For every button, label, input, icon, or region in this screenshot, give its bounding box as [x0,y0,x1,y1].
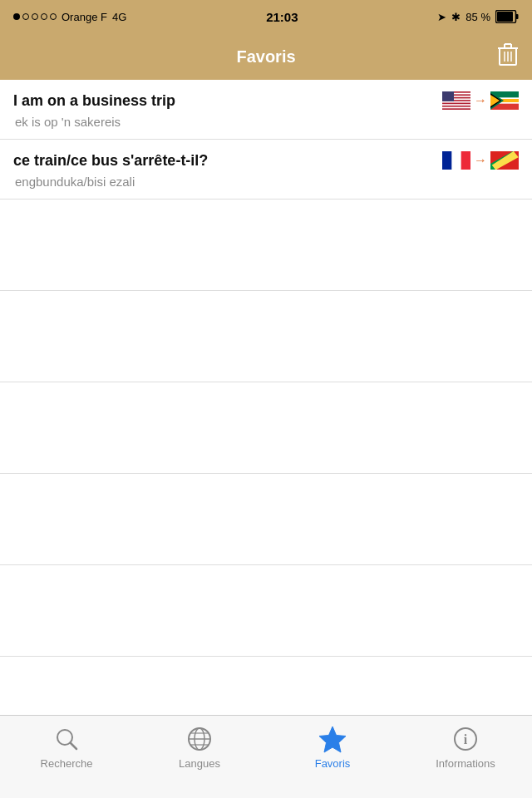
phrase-text: ce train/ce bus s'arrête-t-il? [13,152,442,170]
search-icon [52,724,81,754]
flag-to-cg [490,151,519,170]
nav-title: Favoris [236,47,295,66]
svg-rect-15 [442,101,470,103]
battery-icon [495,10,519,23]
tab-langues-label: Langues [179,757,220,770]
status-bar: Orange F 4G 21:03 ➤ ✱ 85 % [0,0,532,33]
tab-favoris[interactable]: Favoris [266,724,399,770]
signal-dot-5 [50,13,57,20]
empty-row [0,474,532,565]
list-item[interactable]: ce train/ce bus s'arrête-t-il? → [0,140,532,200]
signal-dot-4 [41,13,47,20]
carrier-label: Orange F [62,11,107,23]
signal-dot-1 [13,13,20,20]
svg-rect-17 [442,107,470,109]
svg-rect-16 [442,104,470,106]
network-label: 4G [112,11,126,23]
flag-arrow: → [474,153,487,168]
signal-dot-3 [32,13,38,20]
nav-bar: Favoris [0,33,532,80]
translation-text: ek is op 'n sakereis [13,115,519,129]
flag-arrow: → [474,93,487,108]
svg-rect-2 [497,12,513,22]
bluetooth-icon: ✱ [451,11,461,23]
tab-recherche[interactable]: Recherche [0,724,133,770]
tab-langues[interactable]: Langues [133,724,266,770]
flag-from-fr [442,151,470,170]
battery-label: 85 % [466,11,490,23]
signal-dots [13,13,57,20]
phrase-text: I am on a business trip [13,92,442,110]
tab-informations[interactable]: i Informations [399,724,532,770]
location-icon: ➤ [437,11,446,23]
tab-informations-label: Informations [436,757,495,770]
flag-to-za [490,91,519,110]
svg-marker-44 [319,727,346,752]
signal-dot-2 [22,13,29,20]
status-right: ➤ ✱ 85 % [437,10,519,23]
empty-row [0,291,532,382]
star-icon [318,724,347,754]
svg-text:i: i [464,732,468,746]
time-label: 21:03 [266,10,298,24]
globe-icon [185,724,214,754]
trash-button[interactable] [497,42,519,71]
flag-from-us [442,91,470,110]
empty-row [0,565,532,657]
svg-rect-28 [442,151,451,170]
status-left: Orange F 4G [13,11,126,23]
info-icon: i [451,724,480,754]
tab-favoris-label: Favoris [315,757,351,770]
favorites-list: I am on a business trip → [0,80,532,657]
tab-bar: Recherche Langues Favoris i [0,715,532,798]
list-item[interactable]: I am on a business trip → [0,80,532,140]
svg-rect-1 [516,14,519,19]
main-content: I am on a business trip → [0,80,532,715]
empty-row [0,200,532,291]
item-flags: → [442,151,519,170]
empty-row [0,382,532,474]
svg-line-38 [71,743,77,750]
svg-rect-18 [442,91,454,101]
tab-recherche-label: Recherche [41,757,93,770]
item-flags: → [442,91,519,110]
translation-text: engbunduka/bisi ezali [13,175,519,189]
